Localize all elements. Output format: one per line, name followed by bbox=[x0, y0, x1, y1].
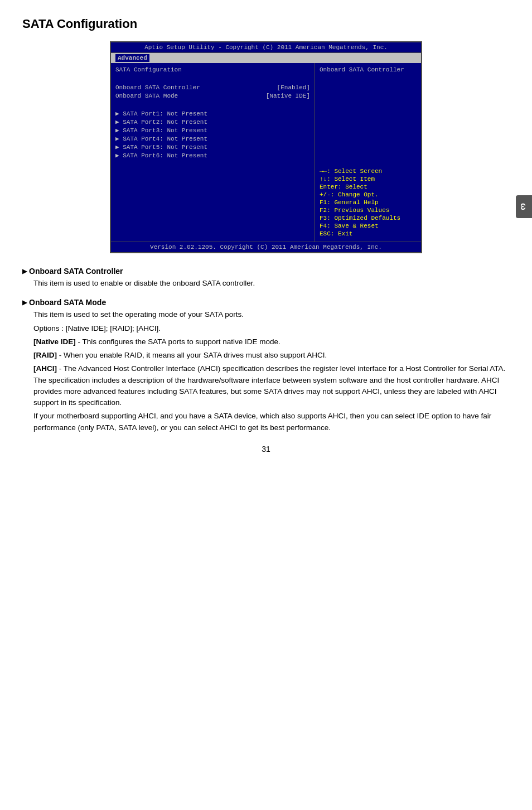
doc-section-onboard-mode: Onboard SATA Mode This item is used to s… bbox=[22, 298, 510, 433]
bios-onboard-controller-label: Onboard SATA Controller bbox=[115, 84, 200, 91]
bios-screen: Aptio Setup Utility - Copyright (C) 2011… bbox=[110, 41, 422, 253]
doc-bold-native-ide: [Native IDE] bbox=[33, 338, 76, 346]
bios-menu-advanced[interactable]: Advanced bbox=[115, 54, 149, 62]
doc-para-raid: [RAID] - When you enable RAID, it means … bbox=[33, 350, 510, 361]
bios-onboard-controller-value: [Enabled] bbox=[277, 84, 310, 91]
bios-title-bar: Aptio Setup Utility - Copyright (C) 2011… bbox=[111, 42, 421, 53]
bios-help-f4: F4: Save & Reset bbox=[320, 223, 417, 229]
bios-onboard-controller-row[interactable]: Onboard SATA Controller [Enabled] bbox=[115, 84, 310, 91]
bios-left-panel: SATA Configuration Onboard SATA Controll… bbox=[111, 63, 315, 242]
bios-port-4: ▶ SATA Port4: Not Present bbox=[115, 135, 310, 142]
doc-text-ahci: - The Advanced Host Controller Interface… bbox=[33, 364, 505, 407]
bios-help-box: →←: Select Screen ↑↓: Select Item Enter:… bbox=[320, 168, 417, 238]
bios-left-title: SATA Configuration bbox=[115, 66, 310, 73]
bios-right-help-title: Onboard SATA Controller bbox=[320, 66, 417, 73]
bios-help-enter: Enter: Select bbox=[320, 184, 417, 190]
bios-port-6: ▶ SATA Port6: Not Present bbox=[115, 152, 310, 159]
bios-help-change: +/-: Change Opt. bbox=[320, 191, 417, 198]
bios-help-select-screen: →←: Select Screen bbox=[320, 168, 417, 175]
bios-footer: Version 2.02.1205. Copyright (C) 2011 Am… bbox=[111, 242, 421, 252]
doc-text-raid: - When you enable RAID, it means all you… bbox=[59, 351, 327, 359]
doc-heading-onboard-controller: Onboard SATA Controller bbox=[22, 267, 510, 276]
bios-onboard-mode-row[interactable]: Onboard SATA Mode [Native IDE] bbox=[115, 93, 310, 99]
doc-para-options: Options : [Native IDE]; [RAID]; [AHCI]. bbox=[33, 323, 510, 334]
doc-heading-onboard-mode: Onboard SATA Mode bbox=[22, 298, 510, 307]
doc-para-native-ide: [Native IDE] - This configures the SATA … bbox=[33, 336, 510, 348]
bios-port-5: ▶ SATA Port5: Not Present bbox=[115, 143, 310, 151]
bios-help-f2: F2: Previous Values bbox=[320, 207, 417, 214]
bios-onboard-mode-value: [Native IDE] bbox=[266, 93, 310, 99]
doc-para-onboard-controller: This item is used to enable or disable t… bbox=[33, 278, 510, 289]
doc-para-mode-desc: This item is used to set the operating m… bbox=[33, 309, 510, 320]
bios-port-3: ▶ SATA Port3: Not Present bbox=[115, 127, 310, 134]
bios-body: SATA Configuration Onboard SATA Controll… bbox=[111, 63, 421, 242]
chapter-tab: ω bbox=[516, 195, 532, 218]
bios-help-f3: F3: Optimized Defaults bbox=[320, 215, 417, 221]
bios-port-2: ▶ SATA Port2: Not Present bbox=[115, 118, 310, 126]
bios-port-list: ▶ SATA Port1: Not Present ▶ SATA Port2: … bbox=[115, 110, 310, 159]
doc-para-ahci-note: If your motherboard supporting AHCI, and… bbox=[33, 411, 510, 433]
page-title: SATA Configuration bbox=[22, 17, 510, 31]
bios-help-esc: ESC: Exit bbox=[320, 230, 417, 237]
bios-onboard-mode-label: Onboard SATA Mode bbox=[115, 93, 178, 99]
page-number: 31 bbox=[22, 445, 510, 454]
doc-bold-raid: [RAID] bbox=[33, 351, 57, 359]
doc-text-native-ide: - This configures the SATA ports to supp… bbox=[78, 338, 280, 346]
doc-para-ahci: [AHCI] - The Advanced Host Controller In… bbox=[33, 363, 510, 408]
bios-port-1: ▶ SATA Port1: Not Present bbox=[115, 110, 310, 117]
doc-bold-ahci: [AHCI] bbox=[33, 364, 57, 373]
bios-help-select-item: ↑↓: Select Item bbox=[320, 176, 417, 182]
doc-section-onboard-controller: Onboard SATA Controller This item is use… bbox=[22, 267, 510, 289]
bios-help-f1: F1: General Help bbox=[320, 199, 417, 206]
bios-menu-bar: Advanced bbox=[111, 53, 421, 63]
bios-right-panel: Onboard SATA Controller →←: Select Scree… bbox=[315, 63, 421, 242]
